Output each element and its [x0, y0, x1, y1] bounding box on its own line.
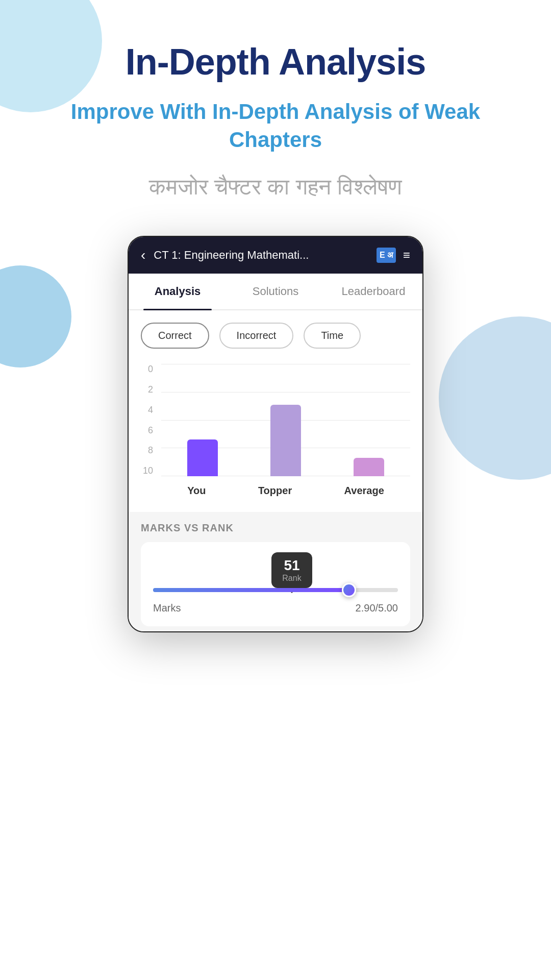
back-button[interactable]: ‹: [141, 247, 145, 263]
filter-incorrect[interactable]: Incorrect: [219, 323, 294, 349]
rank-label: Rank: [282, 574, 301, 582]
tab-analysis[interactable]: Analysis: [129, 274, 227, 309]
bar-label-topper: Topper: [258, 485, 292, 497]
tabs-container: Analysis Solutions Leaderboard: [129, 274, 422, 310]
rank-badge: 51 Rank: [271, 552, 312, 588]
chart-area: 10 8 6 4 2 0: [129, 354, 422, 512]
slider-fill: [153, 588, 349, 592]
app-header: ‹ CT 1: Engineering Mathemati... E अ ≡: [129, 237, 422, 274]
phone-mockup: ‹ CT 1: Engineering Mathemati... E अ ≡ A…: [128, 236, 423, 632]
bars-group: [161, 364, 410, 476]
book-icon-label: E अ: [380, 251, 393, 260]
header-icons: E अ ≡: [377, 248, 410, 263]
bar-average: [354, 458, 384, 476]
slider-track[interactable]: [153, 588, 398, 592]
bar-you: [187, 439, 218, 476]
header-title: CT 1: Engineering Mathemati...: [154, 249, 368, 262]
marks-value: 2.90/5.00: [356, 602, 398, 614]
marks-rank-section: MARKS VS RANK 51 Rank Marks 2.90/5.00: [129, 512, 422, 631]
page-subtitle: Improve With In-Depth Analysis of Weak C…: [0, 98, 551, 154]
chart-bars: You Topper Average: [161, 364, 410, 497]
y-label-4: 4: [141, 405, 153, 415]
page-title: In-Depth Analysis: [126, 41, 425, 83]
y-label-6: 6: [141, 425, 153, 436]
marks-rank-heading: MARKS VS RANK: [141, 522, 410, 534]
y-label-10: 10: [141, 465, 153, 476]
bar-topper: [270, 405, 301, 476]
bar-you-rect: [187, 439, 218, 476]
chart-container: 10 8 6 4 2 0: [141, 364, 410, 497]
bar-average-rect: [354, 458, 384, 476]
y-label-2: 2: [141, 384, 153, 395]
y-label-8: 8: [141, 445, 153, 456]
hindi-subtitle: कमजोर चैफ्टर का गहन विश्लेषण: [149, 174, 402, 200]
rank-number: 51: [282, 557, 302, 574]
tab-solutions[interactable]: Solutions: [227, 274, 324, 309]
marks-row: Marks 2.90/5.00: [153, 602, 398, 614]
slider-thumb[interactable]: [342, 583, 356, 597]
bar-label-you: You: [187, 485, 206, 497]
marks-rank-card: 51 Rank Marks 2.90/5.00: [141, 542, 410, 626]
filter-correct[interactable]: Correct: [141, 323, 209, 349]
marks-label: Marks: [153, 602, 181, 614]
y-axis: 10 8 6 4 2 0: [141, 364, 153, 497]
filter-buttons: Correct Incorrect Time: [129, 310, 422, 354]
bar-x-labels: You Topper Average: [161, 485, 410, 497]
filter-time[interactable]: Time: [304, 323, 361, 349]
tab-leaderboard[interactable]: Leaderboard: [324, 274, 422, 309]
book-icon: E अ: [377, 248, 396, 263]
bar-topper-rect: [270, 405, 301, 476]
y-label-0: 0: [141, 364, 153, 375]
menu-icon[interactable]: ≡: [403, 248, 410, 262]
bar-label-average: Average: [344, 485, 384, 497]
